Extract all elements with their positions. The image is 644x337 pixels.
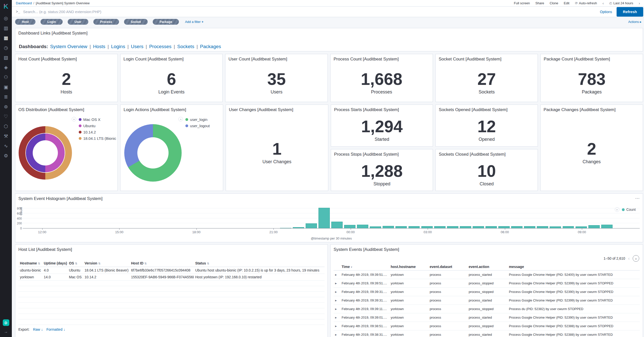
column-header-hostname[interactable]: Hostname⇅: [18, 260, 42, 267]
histogram-bar[interactable]: [511, 226, 522, 228]
dashboard-link-sockets[interactable]: Sockets: [177, 44, 194, 49]
column-header-status[interactable]: Status⇅: [194, 260, 325, 267]
legend-item[interactable]: 10.14.2: [79, 130, 116, 134]
table-row[interactable]: ▶February 4th 2019, 09:38:31.195yorktown…: [334, 330, 640, 337]
histogram-bar[interactable]: [588, 225, 600, 228]
sidebar-item-visualize-icon[interactable]: ▥: [0, 23, 12, 33]
export-formatted-link[interactable]: Formatted↓: [46, 327, 65, 331]
dashboard-link-packages[interactable]: Packages: [200, 44, 221, 49]
sidebar-item-uptime-icon[interactable]: ♡: [0, 112, 12, 121]
filter-pill-package[interactable]: Package: [153, 19, 179, 25]
column-header-event-action[interactable]: event.action: [467, 264, 507, 271]
filter-pill-host[interactable]: Host: [15, 19, 35, 25]
filter-actions-button[interactable]: Actions ▸: [628, 20, 641, 24]
dashboard-link-hosts[interactable]: Hosts: [93, 44, 105, 49]
edit-button[interactable]: Edit: [564, 1, 569, 5]
legend-toggle-icon[interactable]: »: [615, 207, 619, 212]
histogram-bar[interactable]: [395, 226, 407, 228]
table-row[interactable]: ▶February 4th 2019, 09:38:51.197yorktown…: [334, 322, 640, 330]
sidebar-item-apm-icon[interactable]: ⊚: [0, 102, 12, 112]
histogram-bar[interactable]: [473, 226, 484, 228]
expand-row-button[interactable]: ▶: [334, 322, 340, 330]
histogram-bar[interactable]: [576, 226, 587, 228]
filter-pill-socket[interactable]: Socket: [124, 19, 148, 25]
histogram-bar[interactable]: [331, 222, 343, 228]
histogram-bar[interactable]: [563, 226, 574, 228]
column-header-uptime-days[interactable]: Uptime (days)⇅: [42, 260, 67, 267]
histogram-bar[interactable]: [357, 225, 368, 228]
table-row[interactable]: ubuntu-bionic4.0Ubuntu18.04.1 LTS (Bioni…: [18, 267, 325, 274]
share-button[interactable]: Share: [535, 1, 544, 5]
kibana-logo[interactable]: K: [4, 3, 8, 10]
sidebar-item-maps-icon[interactable]: ◈: [0, 62, 12, 72]
histogram-bar[interactable]: [318, 208, 330, 228]
filter-pill-login[interactable]: Login: [41, 19, 63, 25]
dashboard-link-users[interactable]: Users: [131, 44, 143, 49]
column-header-event-dataset[interactable]: event.dataset: [428, 264, 467, 271]
histogram-bar[interactable]: [524, 226, 535, 228]
dashboard-link-system-overview[interactable]: System Overview: [50, 44, 87, 49]
legend-toggle-icon[interactable]: »: [178, 117, 183, 121]
page-next-button[interactable]: ›: [633, 255, 639, 262]
auto-refresh-button[interactable]: ⟳ Auto-refresh: [575, 1, 597, 5]
legend-item[interactable]: Count: [622, 208, 636, 212]
histogram-bar[interactable]: [409, 226, 420, 228]
expand-row-button[interactable]: ▶: [334, 305, 340, 313]
dashboard-link-processes[interactable]: Processes: [149, 44, 172, 49]
table-row[interactable]: ▶February 4th 2019, 09:39:01.196yorktown…: [334, 313, 640, 322]
table-row[interactable]: ▶February 4th 2019, 09:39:11.198yorktown…: [334, 305, 640, 313]
breadcrumb-dashboard[interactable]: Dashboard: [16, 1, 32, 5]
legend-item[interactable]: 18.04.1 LTS (Bionic B...: [79, 136, 116, 141]
legend-item[interactable]: user_logout: [185, 124, 210, 128]
page-prev-button[interactable]: ‹: [628, 256, 630, 261]
expand-row-button[interactable]: ▶: [334, 288, 340, 296]
time-range-button[interactable]: ◴ Last 24 hours: [609, 1, 633, 5]
histogram-bar[interactable]: [421, 226, 433, 228]
histogram-bar[interactable]: [280, 228, 291, 228]
search-input[interactable]: [23, 10, 600, 14]
column-header-version[interactable]: Version⇅: [83, 260, 130, 267]
histogram-bar[interactable]: [498, 226, 510, 228]
refresh-button[interactable]: Refresh: [617, 7, 643, 17]
histogram-bar[interactable]: [344, 225, 355, 228]
table-row[interactable]: ▶February 4th 2019, 09:39:31.199yorktown…: [334, 288, 640, 296]
dashboard-link-logins[interactable]: Logins: [111, 44, 125, 49]
column-header-os[interactable]: OS⇅: [67, 260, 83, 267]
space-avatar[interactable]: D: [3, 319, 9, 326]
histogram-bar[interactable]: [550, 226, 561, 228]
time-back-button[interactable]: ‹: [602, 1, 604, 5]
sidebar-item-graph-icon[interactable]: ⬡: [0, 121, 12, 131]
histogram-bar[interactable]: [293, 227, 304, 228]
column-header-host-id[interactable]: Host ID⇅: [130, 260, 194, 267]
histogram-bar[interactable]: [306, 223, 317, 228]
panel-menu-icon[interactable]: ⋯: [635, 196, 640, 201]
clone-button[interactable]: Clone: [550, 1, 558, 5]
export-raw-link[interactable]: Raw↓: [33, 327, 43, 331]
options-link[interactable]: Options: [600, 10, 612, 14]
legend-item[interactable]: Ubuntu: [79, 124, 116, 128]
sidebar-item-discover-icon[interactable]: ◎: [0, 13, 12, 23]
expand-row-button[interactable]: ▶: [334, 279, 340, 288]
sidebar-item-logs-icon[interactable]: ≣: [0, 92, 12, 102]
legend-item[interactable]: Mac OS X: [79, 117, 116, 122]
expand-row-button[interactable]: ▶: [334, 330, 340, 337]
sidebar-item-canvas-icon[interactable]: ▧: [0, 53, 12, 62]
filter-pill-process[interactable]: Process: [93, 19, 119, 25]
table-row[interactable]: ▶February 4th 2019, 09:39:51.199yorktown…: [334, 279, 640, 288]
legend-toggle-icon[interactable]: »: [72, 117, 76, 121]
histogram-bar[interactable]: [434, 226, 446, 228]
histogram-bar[interactable]: [460, 226, 471, 228]
table-row[interactable]: ▶February 4th 2019, 09:39:31.199yorktown…: [334, 296, 640, 305]
sidebar-item-dev-tools-icon[interactable]: ⚒: [0, 131, 12, 141]
collapse-nav-icon[interactable]: →: [4, 329, 8, 334]
legend-item[interactable]: user_login: [185, 117, 210, 122]
sidebar-item-infrastructure-icon[interactable]: ▣: [0, 82, 12, 92]
table-row[interactable]: ▶February 4th 2019, 09:39:51.199yorktown…: [334, 271, 640, 279]
expand-row-button[interactable]: ▶: [334, 271, 340, 279]
column-header-message[interactable]: message: [507, 264, 640, 271]
expand-row-button[interactable]: ▶: [334, 296, 340, 305]
sidebar-item-machine-learning-icon[interactable]: ⚇: [0, 72, 12, 82]
column-header-host-hostname[interactable]: host.hostname: [389, 264, 428, 271]
add-filter-button[interactable]: Add a filter +: [185, 20, 203, 24]
histogram-bar[interactable]: [601, 225, 613, 228]
